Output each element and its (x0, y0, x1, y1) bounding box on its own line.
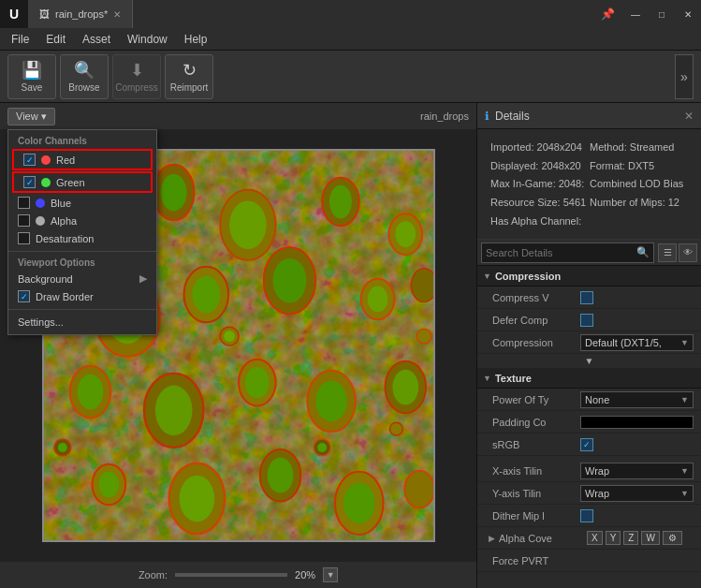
menu-help[interactable]: Help (177, 31, 215, 48)
defer-comp-checkbox[interactable] (580, 314, 593, 327)
tab-close[interactable]: ✕ (113, 9, 121, 20)
texture-label: Texture (495, 373, 532, 384)
minimize-button[interactable]: — (622, 1, 649, 27)
zoom-label: Zoom: (139, 569, 168, 581)
search-input[interactable] (486, 247, 633, 258)
alpha-cove-axes: X Y Z W ⚙ (587, 531, 694, 545)
desaturation-checkbox[interactable] (18, 232, 30, 244)
reimport-button[interactable]: ↻ Reimport (165, 54, 213, 99)
eye-button[interactable]: 👁 (679, 243, 697, 262)
green-dot (41, 178, 51, 187)
texture-arrow: ▼ (483, 374, 491, 383)
reimport-label: Reimport (170, 82, 209, 93)
color-channel-blue[interactable]: Blue (8, 194, 156, 212)
force-pvrt-row: Force PVRT (477, 550, 701, 572)
list-view-button[interactable]: ☰ (658, 243, 677, 262)
info-num-mips: Number of Mips: 12 (590, 194, 688, 212)
compression-arrow: ▼ (483, 272, 491, 281)
alpha-cove-w-btn[interactable]: W (641, 531, 659, 545)
view-label: View ▾ (16, 110, 47, 123)
save-button[interactable]: 💾 Save (7, 54, 56, 99)
menu-bar: File Edit Asset Window Help (0, 28, 701, 51)
color-channel-red[interactable]: Red (12, 149, 153, 170)
info-combined-lod: Combined LOD Bias (590, 175, 688, 193)
browse-label: Browse (68, 82, 99, 93)
y-axis-val: Wrap ▼ (580, 485, 694, 502)
color-channel-desaturation[interactable]: Desaturation (8, 229, 156, 247)
details-close-button[interactable]: ✕ (684, 110, 694, 123)
zoom-arrow-down[interactable]: ▼ (323, 567, 338, 582)
power-of-ty-select[interactable]: None ▼ (580, 391, 694, 408)
browse-button[interactable]: 🔍 Browse (60, 54, 109, 99)
alpha-cove-x-btn[interactable]: X (587, 531, 603, 545)
alpha-checkbox[interactable] (18, 214, 30, 227)
info-max-ingame: Max In-Game: 2048: (490, 175, 589, 193)
background-item[interactable]: Background ▶ (8, 270, 156, 287)
desaturation-label: Desaturation (36, 233, 94, 244)
svg-point-40 (343, 483, 374, 524)
svg-point-30 (315, 381, 347, 422)
x-axis-val: Wrap ▼ (580, 463, 694, 479)
power-of-ty-row: Power Of Ty None ▼ (477, 389, 701, 411)
svg-point-36 (179, 476, 214, 522)
search-icon[interactable]: 🔍 (636, 246, 650, 258)
zoom-slider-track (175, 573, 287, 577)
texture-section-header[interactable]: ▼ Texture (477, 368, 701, 389)
y-axis-dropdown-arrow: ▼ (680, 489, 689, 498)
tab[interactable]: 🖼 rain_drops* ✕ (28, 0, 133, 28)
compression-expand-arrow[interactable]: ▼ (477, 354, 701, 368)
svg-point-24 (77, 375, 103, 410)
close-button[interactable]: ✕ (675, 1, 701, 27)
svg-point-41 (404, 471, 433, 508)
compression-select-value: Default (DXT1/5, (585, 337, 662, 348)
menu-window[interactable]: Window (120, 31, 175, 48)
force-pvrt-key: Force PVRT (492, 555, 577, 566)
alpha-dot (36, 216, 45, 226)
compression-section-header[interactable]: ▼ Compression (477, 266, 701, 287)
properties-area: ▼ Compression Compress V Defer Comp Comp… (477, 266, 701, 588)
compress-v-key: Compress V (492, 292, 577, 303)
alpha-cove-z-btn[interactable]: Z (623, 531, 638, 545)
compression-format-row: Compression Default (DXT1/5, ▼ (477, 331, 701, 354)
svg-point-19 (272, 258, 306, 303)
menu-file[interactable]: File (4, 31, 37, 48)
srgb-checkbox[interactable] (580, 438, 593, 451)
zoom-slider[interactable] (175, 573, 287, 577)
svg-point-45 (224, 331, 235, 342)
blue-checkbox[interactable] (18, 197, 30, 209)
info-imported: Imported: 2048x204 (490, 139, 589, 156)
red-checkbox[interactable] (23, 154, 36, 166)
info-method: Method: Streamed (590, 139, 688, 156)
color-channels-section: Color Channels Red Green Blue (8, 130, 156, 252)
draw-border-item[interactable]: Draw Border (8, 287, 156, 305)
maximize-button[interactable]: □ (649, 1, 675, 27)
alpha-cove-gear-btn[interactable]: ⚙ (663, 531, 682, 545)
alpha-cove-y-btn[interactable]: Y (606, 531, 621, 545)
draw-border-checkbox[interactable] (18, 290, 30, 302)
info-format: Format: DXT5 (590, 157, 688, 175)
background-label: Background (18, 273, 73, 285)
padding-co-swatch[interactable] (580, 416, 694, 429)
compress-button[interactable]: ⬇ Compress (112, 54, 161, 99)
color-channel-green[interactable]: Green (12, 171, 153, 193)
ue-logo: U (0, 0, 28, 28)
menu-asset[interactable]: Asset (75, 31, 118, 48)
view-dropdown-button[interactable]: View ▾ (7, 108, 55, 125)
info-icon: ℹ (485, 110, 489, 123)
compress-v-checkbox[interactable] (580, 291, 593, 304)
draw-border-label: Draw Border (36, 291, 94, 302)
y-axis-select[interactable]: Wrap ▼ (580, 485, 694, 502)
green-checkbox[interactable] (23, 176, 36, 188)
menu-edit[interactable]: Edit (38, 31, 73, 48)
dither-mip-checkbox[interactable] (580, 509, 593, 522)
defer-comp-val (580, 314, 694, 327)
compress-icon: ⬇ (130, 60, 144, 81)
color-channel-alpha[interactable]: Alpha (8, 212, 156, 229)
alpha-cove-row[interactable]: ▶ Alpha Cove X Y Z W ⚙ (477, 527, 701, 550)
details-header: ℹ Details ✕ (477, 103, 701, 129)
settings-item[interactable]: Settings... (8, 314, 156, 331)
compression-select[interactable]: Default (DXT1/5, ▼ (580, 334, 694, 351)
collapse-button[interactable]: » (675, 54, 694, 99)
x-axis-select[interactable]: Wrap ▼ (580, 463, 694, 479)
svg-point-26 (154, 386, 192, 435)
